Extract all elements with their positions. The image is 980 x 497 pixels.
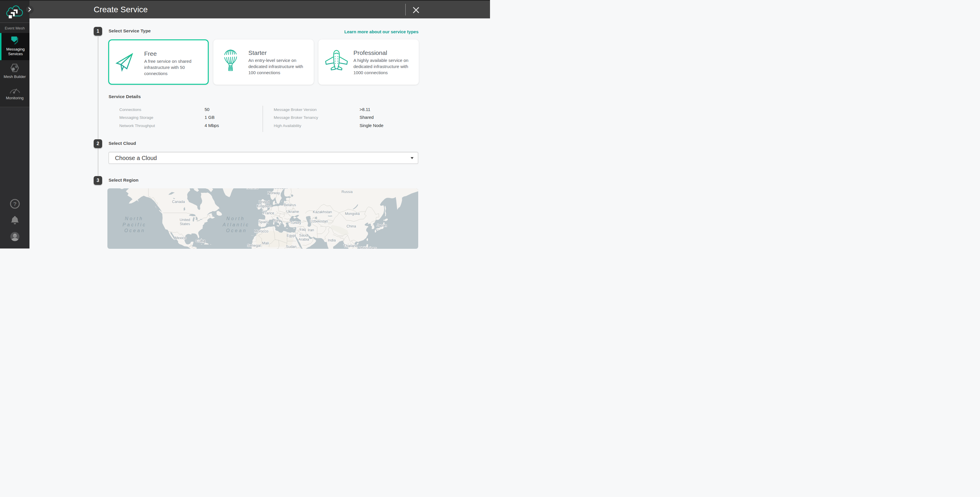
svg-text:Russia: Russia xyxy=(342,190,353,194)
svg-text:China: China xyxy=(347,224,356,228)
svg-text:Iceland: Iceland xyxy=(246,188,258,190)
svg-text:Iran: Iran xyxy=(308,228,314,232)
svg-text:Thailand: Thailand xyxy=(344,244,358,248)
svg-text:Kingdom: Kingdom xyxy=(257,204,271,208)
svg-text:Uzbekistan: Uzbekistan xyxy=(310,219,328,223)
svg-text:Saudi: Saudi xyxy=(299,233,309,237)
svg-text:France: France xyxy=(263,211,274,215)
svg-text:Morocco: Morocco xyxy=(255,229,269,233)
svg-text:North: North xyxy=(226,216,245,221)
svg-text:Norway: Norway xyxy=(267,191,280,195)
svg-text:Cuba: Cuba xyxy=(196,239,205,243)
svg-text:Atlantic: Atlantic xyxy=(223,222,250,227)
svg-text:Kazakhstan: Kazakhstan xyxy=(313,210,332,214)
svg-text:Sweden: Sweden xyxy=(274,188,288,190)
svg-text:Turkey: Turkey xyxy=(290,221,301,225)
svg-text:India: India xyxy=(328,238,336,242)
svg-text:Mali: Mali xyxy=(262,241,269,245)
svg-text:Egypt: Egypt xyxy=(286,233,296,237)
svg-text:Italy: Italy xyxy=(274,218,281,223)
svg-text:Spain: Spain xyxy=(259,220,268,224)
svg-text:Ukraine: Ukraine xyxy=(286,209,299,213)
svg-text:Philippines: Philippines xyxy=(359,246,377,248)
svg-text:Sudan: Sudan xyxy=(286,244,296,248)
svg-text:Belarus: Belarus xyxy=(284,203,296,207)
svg-text:North: North xyxy=(125,216,143,221)
svg-text:United: United xyxy=(259,200,269,204)
svg-text:United: United xyxy=(180,218,190,222)
svg-text:Japan: Japan xyxy=(377,223,387,228)
svg-text:Pacific: Pacific xyxy=(123,222,146,227)
svg-text:Ocean: Ocean xyxy=(226,228,247,233)
svg-text:Mongolia: Mongolia xyxy=(345,212,360,215)
svg-text:Arabia: Arabia xyxy=(299,237,309,242)
svg-text:States: States xyxy=(180,221,190,226)
svg-text:Ocean: Ocean xyxy=(124,228,145,233)
svg-text:Mexico: Mexico xyxy=(175,236,186,240)
svg-text:Canada: Canada xyxy=(172,200,185,204)
svg-text:Senegal: Senegal xyxy=(247,243,261,247)
svg-text:?: ? xyxy=(13,201,17,207)
svg-text:Iraq: Iraq xyxy=(299,228,306,231)
